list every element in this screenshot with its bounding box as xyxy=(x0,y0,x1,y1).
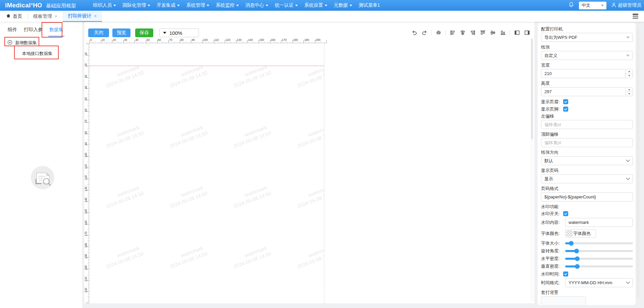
hamburger-menu-icon[interactable] xyxy=(633,14,638,18)
ruler-tick xyxy=(259,40,259,44)
clear-button[interactable] xyxy=(435,29,442,36)
paper-label: 纸张 xyxy=(541,44,633,50)
sidebar-tab-dataset[interactable]: 数据集 xyxy=(48,26,64,37)
menu-item-4[interactable]: 系统管理 xyxy=(186,2,209,8)
slider-thumb[interactable] xyxy=(575,256,580,261)
font-color-picker[interactable]: 字体颜色 xyxy=(565,229,596,238)
watermark-content-input[interactable] xyxy=(565,218,633,227)
slider-thumb[interactable] xyxy=(574,249,579,253)
align-center-horizontal-icon xyxy=(490,29,496,36)
design-page[interactable]: watermark2024-05-08 14:50watermark2024-0… xyxy=(90,44,324,303)
ruler-label: 50 xyxy=(147,38,150,42)
ruler-label: 90 xyxy=(84,140,88,147)
menu-item-8[interactable]: 系统设置 xyxy=(304,2,327,8)
zoom-level-select[interactable]: 100% xyxy=(159,28,199,37)
watermark-text: watermark2024-05-08 14:50 xyxy=(294,245,324,270)
slider-thumb[interactable] xyxy=(569,241,574,246)
watermark-switch-checkbox[interactable] xyxy=(563,211,568,216)
panel-left-button[interactable] xyxy=(514,29,520,36)
left-offset-label: 左偏移 xyxy=(541,113,633,119)
orientation-select[interactable]: 默认 xyxy=(541,156,633,165)
tab-home[interactable]: 首页 xyxy=(0,11,28,22)
align-center-vertical-button[interactable] xyxy=(460,29,466,36)
save-button[interactable]: 保存 xyxy=(135,28,153,37)
width-input[interactable] xyxy=(541,69,633,78)
orientation-label: 纸张方向 xyxy=(541,149,633,155)
panel-scrollbar[interactable] xyxy=(637,27,639,298)
tab-print-design[interactable]: 打印并设计 × xyxy=(63,11,102,22)
user-menu[interactable]: 超级管理员 xyxy=(611,2,641,9)
tab-template-manage[interactable]: 模板管理 × xyxy=(28,11,63,22)
ruler-label: 150 xyxy=(259,38,264,42)
zoom-level-value: 100% xyxy=(169,30,182,36)
ruler-label: 210 xyxy=(84,276,88,283)
watermark-time-checkbox[interactable] xyxy=(563,271,568,276)
left-sidebar: 组件 打印入参 数据集 新增数据集 本地接口数据集 xyxy=(0,22,82,308)
spinner-up-icon[interactable] xyxy=(626,87,633,92)
menu-item-6[interactable]: 消息中心 xyxy=(245,2,268,8)
paper-group: 纸张 自定义 xyxy=(541,44,633,60)
paper-select[interactable]: 自定义 xyxy=(541,51,633,60)
spinner-down-icon[interactable] xyxy=(626,74,633,78)
align-top-icon xyxy=(480,29,486,36)
printer-group: 配置打印机 导出为WPS PDF xyxy=(541,26,633,42)
ruler-label: 110 xyxy=(84,163,88,170)
slider-track[interactable] xyxy=(565,242,633,244)
height-input[interactable] xyxy=(541,87,633,96)
page-number-select[interactable]: 显示 xyxy=(541,174,633,183)
redo-icon xyxy=(421,29,428,36)
slider-thumb[interactable] xyxy=(575,264,580,269)
user-name: 超级管理员 xyxy=(618,2,641,8)
bell-icon[interactable] xyxy=(568,2,574,9)
page-format-input[interactable] xyxy=(541,192,633,201)
slider-track[interactable] xyxy=(565,265,633,267)
menu-item-5[interactable]: 系统监控 xyxy=(216,2,239,8)
canvas-scrollbar[interactable] xyxy=(531,38,533,301)
close-button[interactable]: 关闭 xyxy=(88,28,109,37)
canvas-icon-toolbar xyxy=(411,29,530,36)
chevron-down-icon xyxy=(626,280,630,284)
undo-button[interactable] xyxy=(411,29,418,36)
top-offset-input[interactable] xyxy=(541,138,633,147)
show-header-checkbox[interactable] xyxy=(563,99,568,104)
align-left-button[interactable] xyxy=(449,29,456,36)
menu-item-1[interactable]: 组织人员 xyxy=(93,2,116,8)
spinner-down-icon[interactable] xyxy=(626,92,633,96)
align-center-horizontal-button[interactable] xyxy=(490,29,496,36)
sidebar-tab-print-params[interactable]: 打印入参 xyxy=(23,26,44,37)
watermark-switch-label: 水印开关: xyxy=(541,211,560,217)
overlay-bg-upload[interactable] xyxy=(541,296,586,305)
watermark-text: watermark2024-05-08 14:50 xyxy=(167,184,207,210)
menu-item-2[interactable]: 国际化管理 xyxy=(122,2,150,8)
printer-select[interactable]: 导出为WPS PDF xyxy=(541,33,633,42)
align-top-button[interactable] xyxy=(480,29,486,36)
redo-button[interactable] xyxy=(421,29,428,36)
add-dataset-button[interactable]: 新增数据集 xyxy=(0,39,82,47)
ruler-label: 130 xyxy=(237,38,241,42)
slider-track[interactable] xyxy=(565,258,633,260)
close-icon[interactable]: × xyxy=(55,14,57,19)
header-boundary-line[interactable] xyxy=(90,66,324,66)
preview-button[interactable]: 预览 xyxy=(112,28,130,37)
ruler-tick xyxy=(101,40,101,44)
menu-item-9[interactable]: 元数据 xyxy=(334,2,352,8)
menu-item-3[interactable]: 开发集成 xyxy=(157,2,180,8)
slider-track[interactable] xyxy=(565,250,633,252)
panel-right-button[interactable] xyxy=(524,29,530,36)
left-offset-input[interactable] xyxy=(541,120,633,129)
page-number-label: 显示页码 xyxy=(541,168,633,173)
spinner-up-icon[interactable] xyxy=(626,69,633,74)
design-canvas-area: 关闭 预览 保存 100% 01020304050607080901001101… xyxy=(84,22,534,303)
app-window: iMedical®HO 基础应用框架 组织人员国际化管理开发集成系统管理系统监控… xyxy=(0,0,644,308)
canvas-scrollbar-thumb[interactable] xyxy=(531,39,533,139)
dataset-item-local-interface[interactable]: 本地接口数据集 xyxy=(17,49,57,58)
close-icon[interactable]: × xyxy=(94,13,97,18)
show-footer-checkbox[interactable] xyxy=(563,107,568,112)
menu-item-7[interactable]: 统一认证 xyxy=(275,2,298,8)
time-format-select[interactable]: YYYY-MM-DD HH:mm xyxy=(565,278,633,287)
menu-item-10[interactable]: 测试菜单1 xyxy=(359,2,380,8)
sidebar-tab-components[interactable]: 组件 xyxy=(7,26,18,37)
align-bottom-button[interactable] xyxy=(500,29,506,36)
align-right-button[interactable] xyxy=(470,29,476,36)
language-select[interactable]: 中文 xyxy=(579,2,606,9)
